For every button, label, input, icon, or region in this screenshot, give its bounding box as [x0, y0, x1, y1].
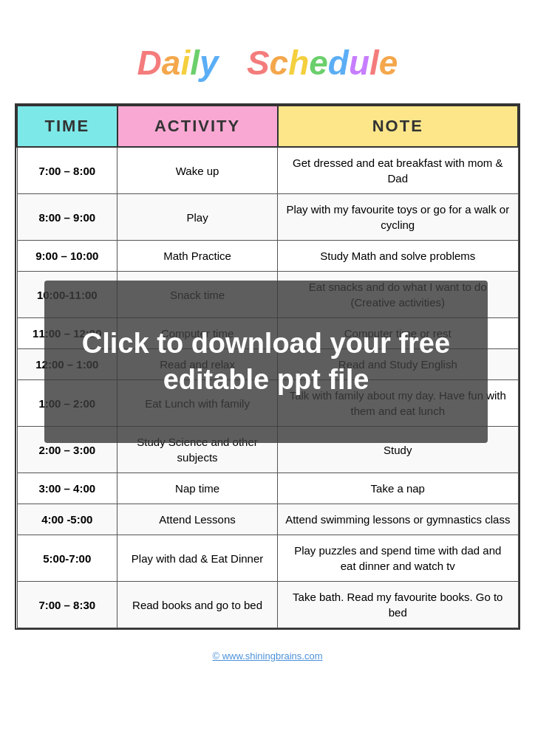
footer-url: © www.shiningbrains.com — [212, 650, 322, 662]
table-row: 4:00 -5:00 Attend Lessons Attend swimmin… — [17, 504, 518, 535]
table-row: 8:00 – 9:00 Play Play with my favourite … — [17, 194, 518, 241]
cell-activity: Math Practice — [117, 241, 278, 272]
col-header-time: TIME — [17, 106, 117, 147]
cell-time: 8:00 – 9:00 — [17, 194, 117, 241]
table-row: 5:00-7:00 Play with dad & Eat Dinner Pla… — [17, 535, 518, 582]
download-overlay[interactable]: Click to download your free editable ppt… — [44, 281, 488, 443]
table-header-row: TIME ACTIVITY NOTE — [17, 106, 518, 147]
cell-note: Take a nap — [278, 473, 518, 504]
cell-note: Study Math and solve problems — [278, 241, 518, 272]
cell-note: Take bath. Read my favourite books. Go t… — [278, 582, 518, 628]
cell-activity: Attend Lessons — [117, 504, 278, 535]
cell-activity: Wake up — [117, 147, 278, 194]
cell-note: Play puzzles and spend time with dad and… — [278, 535, 518, 582]
cell-time: 7:00 – 8:30 — [17, 582, 117, 628]
table-row: 7:00 – 8:00 Wake up Get dressed and eat … — [17, 147, 518, 194]
overlay-text: Click to download your free editable ppt… — [44, 326, 488, 399]
page-header: Daily Schedule — [0, 0, 535, 103]
cell-time: 9:00 – 10:00 — [17, 241, 117, 272]
cell-time: 3:00 – 4:00 — [17, 473, 117, 504]
table-row: 3:00 – 4:00 Nap time Take a nap — [17, 473, 518, 504]
cell-activity: Play with dad & Eat Dinner — [117, 535, 278, 582]
footer: © www.shiningbrains.com — [0, 645, 535, 667]
cell-note: Get dressed and eat breakfast with mom &… — [278, 147, 518, 194]
table-row: 9:00 – 10:00 Math Practice Study Math an… — [17, 241, 518, 272]
cell-note: Play with my favourite toys or go for a … — [278, 194, 518, 241]
table-row: 7:00 – 8:30 Read books and go to bed Tak… — [17, 582, 518, 628]
page-title: Daily Schedule — [137, 43, 398, 83]
cell-note: Attend swimming lessons or gymnastics cl… — [278, 504, 518, 535]
col-header-note: NOTE — [278, 106, 518, 147]
page-wrapper: ★ ✦ ★ ☽ ✦ ★ ☽ — [0, 0, 535, 756]
col-header-activity: ACTIVITY — [117, 106, 278, 147]
cell-time: 5:00-7:00 — [17, 535, 117, 582]
cell-time: 7:00 – 8:00 — [17, 147, 117, 194]
cell-time: 4:00 -5:00 — [17, 504, 117, 535]
cell-activity: Read books and go to bed — [117, 582, 278, 628]
cell-activity: Play — [117, 194, 278, 241]
cell-activity: Nap time — [117, 473, 278, 504]
